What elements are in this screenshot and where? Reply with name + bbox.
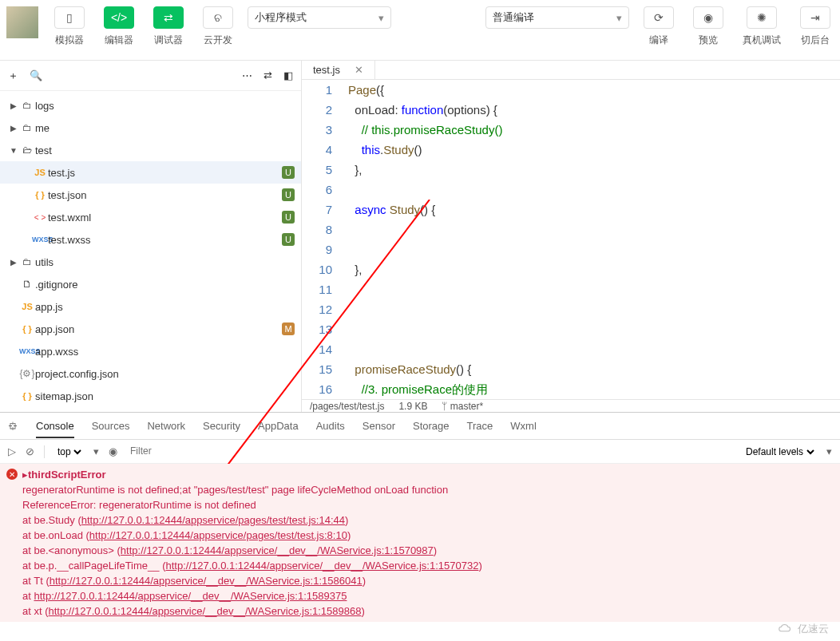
file-test-wxss[interactable]: WXSStest.wxssU	[0, 228, 301, 251]
tab-sources[interactable]: Sources	[92, 420, 130, 432]
editor-status-bar: /pages/test/test.js 1.9 KB ᛘ master*	[302, 399, 840, 412]
error-icon: ✕	[6, 469, 18, 480]
search-icon[interactable]: 🔍	[30, 69, 42, 81]
filter-input[interactable]	[127, 444, 303, 459]
scope-select[interactable]: top	[54, 445, 84, 458]
tab-storage[interactable]: Storage	[413, 420, 450, 432]
remote-label: 真机调试	[743, 34, 781, 47]
simulator-label: 模拟器	[55, 34, 84, 47]
cloud-icon: ଚ	[203, 6, 233, 29]
add-file-icon[interactable]: ＋	[8, 69, 18, 83]
debugger-button[interactable]: ⇄ 调试器	[145, 6, 192, 47]
simulator-button[interactable]: ▯ 模拟器	[46, 6, 93, 47]
phone-icon: ▯	[54, 6, 85, 29]
chevron-down-icon[interactable]: ▾	[93, 445, 99, 457]
split-icon[interactable]: ◧	[283, 69, 293, 81]
stack-link[interactable]: http://127.0.0.1:12444/appservice/__dev_…	[165, 560, 478, 572]
compile-mode-select[interactable]: 普通编译	[485, 6, 629, 29]
exit-icon: ⇥	[800, 6, 830, 29]
status-badge: U	[282, 211, 295, 224]
file-tree: ▶🗀logs ▶🗀me ▼🗁test JStest.jsU { }test.js…	[0, 91, 301, 412]
tab-label: test.js	[313, 64, 340, 76]
stack-link[interactable]: http://127.0.0.1:12444/appservice/pages/…	[81, 514, 345, 526]
live-eye-icon[interactable]: ◉	[109, 445, 117, 457]
status-badge: U	[282, 188, 295, 201]
tab-security[interactable]: Security	[203, 420, 240, 432]
error-line: ReferenceError: regeneratorRuntime is no…	[22, 497, 834, 512]
clear-icon[interactable]: ⊘	[26, 445, 34, 457]
editor-button[interactable]: </> 编辑器	[96, 6, 142, 47]
code-body[interactable]: Page({ onLoad: function(options) { // th…	[342, 80, 840, 399]
tab-appdata[interactable]: AppData	[258, 420, 299, 432]
file-app-json[interactable]: { }app.jsonM	[0, 318, 301, 340]
tab-trace[interactable]: Trace	[467, 420, 493, 432]
folder-me[interactable]: ▶🗀me	[0, 117, 301, 139]
file-gitignore[interactable]: 🗋.gitignore	[0, 273, 301, 295]
play-icon[interactable]: ▷	[8, 445, 16, 457]
file-project-config[interactable]: {⚙}project.config.json	[0, 362, 301, 385]
watermark: 亿速云	[777, 622, 829, 636]
more-icon[interactable]: ⋯	[242, 69, 252, 81]
file-app-wxss[interactable]: WXSSapp.wxss	[0, 340, 301, 362]
editor-label: 编辑器	[105, 34, 133, 47]
status-size: 1.9 KB	[398, 401, 427, 412]
tab-audits[interactable]: Audits	[316, 420, 345, 432]
branch-icon: ᛘ master*	[442, 401, 483, 412]
stack-link[interactable]: http://127.0.0.1:12444/appservice/__dev_…	[34, 590, 347, 602]
close-icon[interactable]: ✕	[355, 64, 363, 76]
console-output[interactable]: ✕ ▸thirdScriptError regeneratorRuntime i…	[0, 464, 840, 622]
status-badge: U	[282, 233, 295, 246]
collapse-icon[interactable]: ⇄	[263, 69, 272, 81]
chevron-down-icon[interactable]: ▾	[826, 445, 832, 457]
tab-sensor[interactable]: Sensor	[363, 420, 395, 432]
editor-tabs: test.js ✕	[302, 61, 840, 80]
explorer-toolbar: ＋ 🔍 ⋯ ⇄ ◧	[0, 61, 301, 91]
tab-console[interactable]: Console	[36, 420, 74, 438]
remote-debug-button[interactable]: ✺ 真机调试	[735, 6, 789, 47]
eye-icon: ◉	[693, 6, 723, 29]
stack-link[interactable]: http://127.0.0.1:12444/appservice/__dev_…	[49, 605, 362, 617]
file-test-js[interactable]: JStest.jsU	[0, 161, 301, 184]
devtools-tabs: ⯐ Console Sources Network Security AppDa…	[0, 413, 840, 440]
stack-link[interactable]: http://127.0.0.1:12444/appservice/pages/…	[89, 529, 347, 541]
compile-mode-value: 普通编译	[493, 10, 534, 25]
file-explorer: ＋ 🔍 ⋯ ⇄ ◧ ▶🗀logs ▶🗀me ▼🗁test JStest.jsU …	[0, 61, 302, 412]
preview-label: 预览	[699, 34, 718, 47]
tab-wxml[interactable]: Wxml	[510, 420, 537, 432]
file-app-js[interactable]: JSapp.js	[0, 295, 301, 318]
inspect-icon[interactable]: ⯐	[8, 420, 18, 432]
status-path: /pages/test/test.js	[310, 401, 384, 412]
code-area[interactable]: 12345678910111213141516 Page({ onLoad: f…	[302, 80, 840, 399]
background-label: 切后台	[801, 34, 830, 47]
mode-select-value: 小程序模式	[255, 10, 307, 25]
compile-button[interactable]: ⟳ 编译	[636, 6, 682, 47]
file-test-json[interactable]: { }test.jsonU	[0, 184, 301, 206]
stack-link[interactable]: http://127.0.0.1:12444/appservice/__dev_…	[149, 620, 462, 622]
folder-utils[interactable]: ▶🗀utils	[0, 251, 301, 273]
preview-button[interactable]: ◉ 预览	[685, 6, 731, 47]
tab-test-js[interactable]: test.js ✕	[302, 61, 375, 79]
code-icon: </>	[104, 6, 134, 29]
compile-label: 编译	[649, 34, 668, 47]
status-badge: M	[282, 322, 295, 335]
background-button[interactable]: ⇥ 切后台	[792, 6, 838, 47]
folder-logs[interactable]: ▶🗀logs	[0, 94, 301, 117]
cloud-button[interactable]: ଚ 云开发	[195, 6, 241, 47]
status-badge: U	[282, 166, 295, 179]
mode-select[interactable]: 小程序模式	[248, 6, 391, 29]
main-toolbar: ▯ 模拟器 </> 编辑器 ⇄ 调试器 ଚ 云开发 小程序模式 普通编译 ⟳ 编…	[0, 0, 840, 61]
refresh-icon: ⟳	[644, 6, 674, 29]
stack-link[interactable]: http://127.0.0.1:12444/appservice/__dev_…	[121, 544, 434, 556]
levels-select[interactable]: Default levels	[743, 445, 817, 458]
debugger-label: 调试器	[154, 34, 183, 47]
project-logo	[6, 6, 38, 38]
tab-network[interactable]: Network	[147, 420, 185, 432]
console-controls: ▷ ⊘ top ▾ ◉ Default levels ▾	[0, 440, 840, 464]
file-sitemap[interactable]: { }sitemap.json	[0, 385, 301, 407]
error-line: regeneratorRuntime is not defined;at "pa…	[22, 482, 834, 497]
bug-icon: ✺	[747, 6, 777, 29]
file-test-wxml[interactable]: < >test.wxmlU	[0, 206, 301, 228]
folder-test[interactable]: ▼🗁test	[0, 139, 301, 161]
stack-link[interactable]: http://127.0.0.1:12444/appservice/__dev_…	[50, 575, 363, 587]
code-editor: test.js ✕ 12345678910111213141516 Page({…	[302, 61, 840, 412]
